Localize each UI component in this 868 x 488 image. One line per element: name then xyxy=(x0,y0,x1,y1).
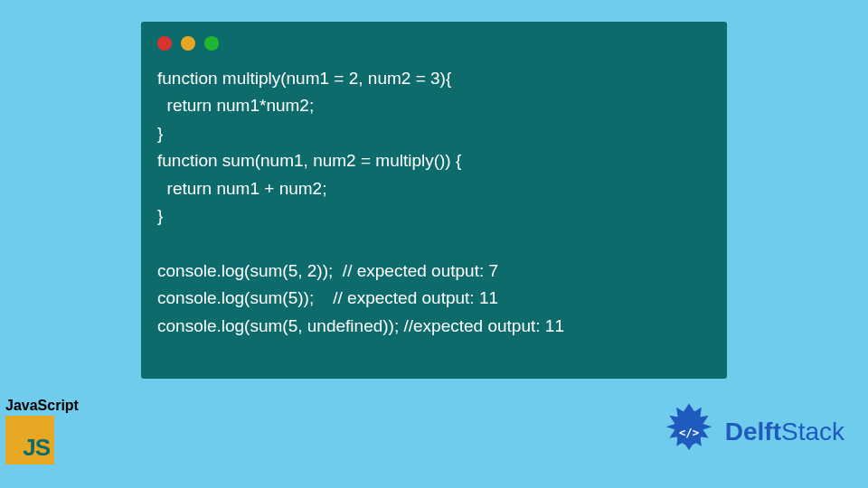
delftstack-badge: </> DelftStack xyxy=(656,399,844,465)
maximize-icon xyxy=(204,36,219,51)
window-controls xyxy=(157,36,711,51)
delftstack-logo-icon: </> xyxy=(656,399,722,465)
code-line: console.log(sum(5, 2)); // expected outp… xyxy=(157,261,498,280)
code-line: console.log(sum(5, undefined)); //expect… xyxy=(157,316,564,335)
code-block: function multiply(num1 = 2, num2 = 3){ r… xyxy=(157,65,711,340)
javascript-label: JavaScript xyxy=(5,398,79,414)
delft-light: Stack xyxy=(781,418,844,446)
code-line: return num1 + num2; xyxy=(157,179,326,198)
javascript-badge: JavaScript JS xyxy=(5,398,79,465)
code-line: } xyxy=(157,124,163,143)
delft-bold: Delft xyxy=(725,418,781,446)
code-line: function sum(num1, num2 = multiply()) { xyxy=(157,151,461,170)
javascript-logo-icon: JS xyxy=(5,416,54,465)
code-line: return num1*num2; xyxy=(157,96,314,115)
svg-text:</>: </> xyxy=(679,427,699,439)
minimize-icon xyxy=(181,36,195,51)
code-line: } xyxy=(157,206,163,225)
javascript-logo-text: JS xyxy=(23,434,50,462)
code-line: function multiply(num1 = 2, num2 = 3){ xyxy=(157,69,451,88)
code-window: function multiply(num1 = 2, num2 = 3){ r… xyxy=(141,22,727,379)
code-line: console.log(sum(5)); // expected output:… xyxy=(157,288,498,307)
close-icon xyxy=(157,36,172,51)
delftstack-text: DelftStack xyxy=(725,418,844,446)
